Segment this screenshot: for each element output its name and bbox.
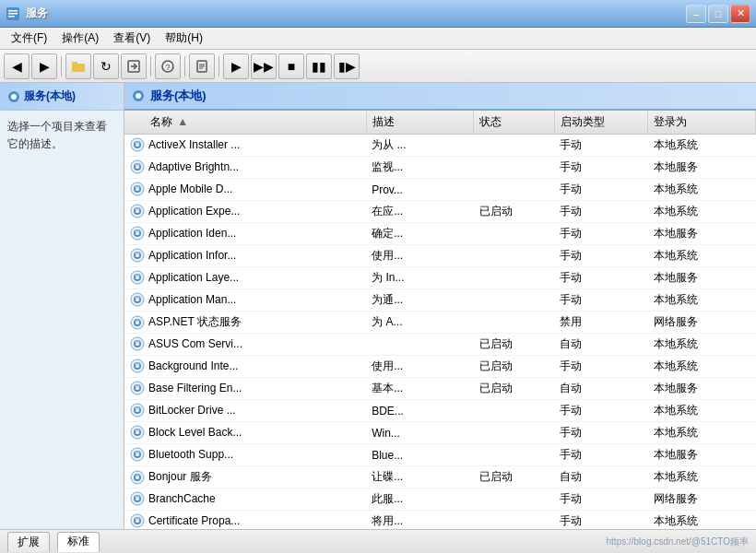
up-button[interactable]	[65, 53, 91, 79]
service-startup-cell: 手动	[554, 356, 648, 378]
table-row[interactable]: Background Inte...使用...已启动手动本地系统	[124, 356, 756, 378]
pause-service-button[interactable]: ▮▮	[306, 53, 332, 79]
service-name-cell[interactable]: Application Man...	[124, 289, 290, 310]
table-row[interactable]: Apple Mobile D...Prov...手动本地系统	[124, 179, 756, 201]
service-startup-cell: 手动	[554, 422, 648, 444]
table-row[interactable]: Application Laye...为 In...手动本地服务	[124, 267, 756, 289]
forward-button[interactable]: ▶	[31, 53, 57, 79]
col-header-status[interactable]: 状态	[474, 111, 554, 135]
table-row[interactable]: BitLocker Drive ...BDE...手动本地系统	[124, 400, 756, 422]
service-name-cell[interactable]: Base Filtering En...	[124, 378, 290, 398]
service-name: BranchCache	[148, 492, 216, 505]
resume-service-button[interactable]: ▮▶	[334, 53, 360, 79]
service-status-cell: 已启动	[474, 356, 554, 378]
service-name-cell[interactable]: Bonjour 服务	[124, 466, 290, 488]
back-button[interactable]: ◀	[4, 53, 30, 79]
table-row[interactable]: ASP.NET 状态服务为 A...禁用网络服务	[124, 312, 756, 334]
service-startup-cell: 手动	[554, 245, 648, 267]
minimize-button[interactable]: –	[686, 5, 706, 23]
service-status-cell	[474, 422, 554, 444]
service-name-cell[interactable]: Bluetooth Supp...	[124, 444, 290, 465]
service-name-cell[interactable]: ASUS Com Servi...	[124, 334, 290, 354]
service-name-cell[interactable]: Block Level Back...	[124, 422, 290, 442]
service-name-cell[interactable]: Adaptive Brightn...	[124, 157, 290, 177]
service-logon-cell: 网络服务	[648, 312, 756, 334]
export-button[interactable]	[121, 53, 147, 79]
col-header-startup[interactable]: 启动类型	[554, 111, 648, 135]
service-startup-cell: 手动	[554, 289, 648, 312]
service-desc-cell: 为从 ...	[366, 135, 474, 157]
services-header-icon	[7, 90, 20, 103]
service-name-cell[interactable]: BitLocker Drive ...	[124, 400, 290, 420]
service-logon-cell: 本地系统	[648, 245, 756, 267]
service-icon	[130, 425, 145, 440]
menu-action[interactable]: 操作(A)	[54, 29, 106, 48]
table-row[interactable]: Base Filtering En...基本...已启动自动本地服务	[124, 378, 756, 400]
toolbar-separator-2	[150, 56, 151, 76]
toolbar: ◀ ▶ ↻ ? ▶ ▶▶ ■ ▮▮ ▮▶	[0, 50, 756, 83]
start-service-button[interactable]: ▶	[223, 53, 249, 79]
service-desc-cell: 为通...	[366, 289, 474, 312]
col-header-name[interactable]: 名称 ▲	[124, 111, 366, 135]
table-row[interactable]: Block Level Back...Win...手动本地系统	[124, 422, 756, 444]
properties-button[interactable]	[189, 53, 215, 79]
table-row[interactable]: Application Man...为通...手动本地系统	[124, 289, 756, 312]
service-name: Apple Mobile D...	[148, 182, 232, 195]
table-row[interactable]: Adaptive Brightn...监视...手动本地服务	[124, 157, 756, 179]
start-service2-button[interactable]: ▶▶	[251, 53, 277, 79]
service-startup-cell: 自动	[554, 378, 648, 400]
refresh-button[interactable]: ↻	[93, 53, 119, 79]
service-logon-cell: 本地系统	[648, 201, 756, 223]
help-button[interactable]: ?	[155, 53, 181, 79]
service-name-cell[interactable]: Background Inte...	[124, 356, 290, 376]
toolbar-separator-3	[184, 56, 185, 76]
service-logon-cell: 本地服务	[648, 157, 756, 179]
service-name-cell[interactable]: Application Infor...	[124, 245, 290, 265]
svg-text:?: ?	[165, 63, 170, 72]
close-button[interactable]: ✕	[730, 5, 750, 23]
service-status-cell: 已启动	[474, 201, 554, 223]
service-name-cell[interactable]: ActiveX Installer ...	[124, 135, 290, 155]
table-row[interactable]: Bonjour 服务让碟...已启动自动本地系统	[124, 466, 756, 488]
service-name: BitLocker Drive ...	[148, 404, 236, 417]
folder-icon	[71, 59, 86, 74]
right-panel-title: 服务(本地)	[150, 88, 207, 104]
stop-service-button[interactable]: ■	[278, 53, 304, 79]
table-row[interactable]: BranchCache此服...手动网络服务	[124, 488, 756, 511]
table-row[interactable]: Bluetooth Supp...Blue...手动本地服务	[124, 444, 756, 466]
service-startup-cell: 手动	[554, 444, 648, 466]
table-row[interactable]: Application Infor...使用...手动本地系统	[124, 245, 756, 267]
service-status-cell: 已启动	[474, 378, 554, 400]
service-name: Base Filtering En...	[148, 382, 242, 394]
service-name-cell[interactable]: BranchCache	[124, 488, 290, 509]
service-status-cell	[474, 444, 554, 466]
service-name-cell[interactable]: Apple Mobile D...	[124, 179, 290, 199]
service-table-body: ActiveX Installer ...为从 ...手动本地系统 Adapti…	[124, 135, 756, 530]
service-name: ASP.NET 状态服务	[148, 314, 242, 330]
menu-file[interactable]: 文件(F)	[4, 29, 54, 48]
table-row[interactable]: ActiveX Installer ...为从 ...手动本地系统	[124, 135, 756, 157]
table-row[interactable]: Application Expe...在应...已启动手动本地系统	[124, 201, 756, 223]
service-logon-cell: 本地系统	[648, 179, 756, 201]
tab-expand[interactable]: 扩展	[7, 532, 50, 552]
service-name-cell[interactable]: ASP.NET 状态服务	[124, 312, 290, 333]
service-table-container[interactable]: 名称 ▲ 描述 状态 启动类型 登录为 ActiveX Installer ..…	[124, 111, 756, 529]
tab-standard[interactable]: 标准	[57, 532, 100, 552]
service-name-cell[interactable]: Certificate Propa...	[124, 511, 290, 529]
col-header-desc[interactable]: 描述	[366, 111, 474, 135]
menu-view[interactable]: 查看(V)	[106, 29, 158, 48]
toolbar-separator-1	[61, 56, 62, 76]
service-name-cell[interactable]: Application Iden...	[124, 223, 290, 243]
table-row[interactable]: Certificate Propa...将用...手动本地系统	[124, 511, 756, 530]
service-logon-cell: 本地系统	[648, 289, 756, 312]
service-startup-cell: 手动	[554, 400, 648, 422]
col-header-logon[interactable]: 登录为	[648, 111, 756, 135]
menu-help[interactable]: 帮助(H)	[158, 29, 210, 48]
table-row[interactable]: Application Iden...确定...手动本地服务	[124, 223, 756, 245]
service-name-cell[interactable]: Application Laye...	[124, 267, 290, 288]
table-row[interactable]: ASUS Com Servi...已启动自动本地系统	[124, 334, 756, 356]
help-icon: ?	[161, 60, 174, 73]
service-name-cell[interactable]: Application Expe...	[124, 201, 290, 221]
service-startup-cell: 手动	[554, 201, 648, 223]
maximize-button[interactable]: □	[708, 5, 728, 23]
